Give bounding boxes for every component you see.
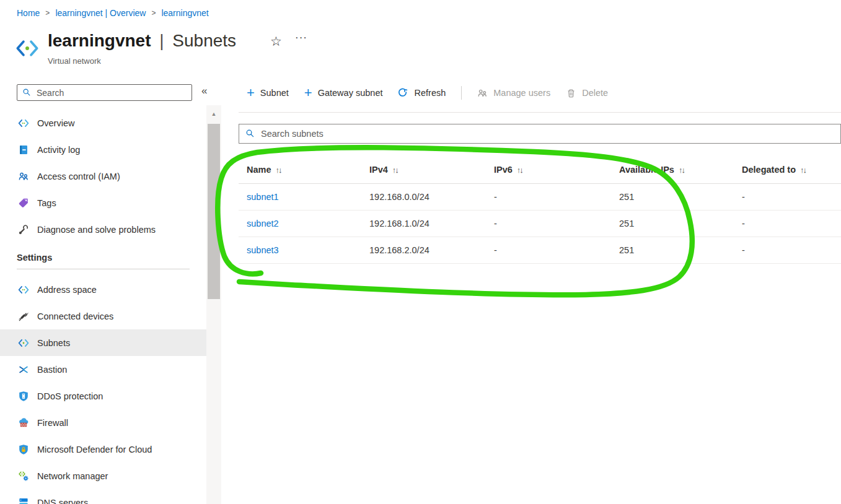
sort-icon[interactable]: ↑↓ — [517, 165, 522, 175]
sidebar-item-label: Bastion — [37, 365, 67, 375]
sidebar-item-subnets[interactable]: Subnets — [0, 329, 206, 356]
column-header-available-ips[interactable]: Available IPs ↑↓ — [611, 165, 734, 175]
bastion-icon — [18, 364, 29, 375]
plug-icon — [18, 311, 29, 322]
sidebar-item-label: Access control (IAM) — [37, 172, 120, 181]
resource-type-label: Virtual network — [48, 56, 101, 66]
plus-icon: + — [304, 87, 312, 98]
sidebar-item-label: Tags — [37, 198, 56, 208]
tag-icon — [18, 198, 29, 209]
settings-section-header: Settings — [17, 253, 206, 263]
sidebar-item-overview[interactable]: Overview — [0, 110, 206, 136]
virtual-network-icon — [15, 37, 40, 60]
sidebar-item-label: DNS servers — [37, 498, 88, 504]
available-ips-value: 251 — [611, 245, 734, 255]
sidebar-item-diagnose[interactable]: Diagnose and solve problems — [0, 216, 206, 243]
sidebar-item-label: Address space — [37, 285, 97, 295]
plus-icon: + — [247, 87, 255, 98]
sidebar-item-label: Firewall — [37, 418, 68, 428]
sidebar-item-tags[interactable]: Tags — [0, 189, 206, 216]
column-header-ipv6[interactable]: IPv6 ↑↓ — [486, 165, 611, 175]
favorite-star-icon[interactable]: ☆ — [270, 34, 282, 49]
sidebar-item-defender[interactable]: Microsoft Defender for Cloud — [0, 436, 206, 463]
breadcrumb-link-vnet[interactable]: learningvnet — [161, 8, 208, 18]
sort-icon[interactable]: ↑↓ — [679, 165, 684, 175]
sidebar-item-dns-servers[interactable]: DNS servers — [0, 489, 206, 504]
scrollbar-thumb[interactable] — [208, 124, 220, 299]
button-label: Subnet — [260, 88, 289, 98]
toolbar-divider — [461, 86, 462, 100]
available-ips-value: 251 — [611, 219, 734, 228]
title-divider: | — [156, 31, 167, 50]
collapse-sidebar-icon[interactable]: « — [201, 85, 207, 97]
network-manager-icon — [18, 471, 29, 482]
column-label: IPv4 — [369, 165, 388, 175]
column-header-ipv4[interactable]: IPv4 ↑↓ — [361, 165, 486, 175]
shield-lock-icon — [18, 444, 29, 455]
subnets-table: Name ↑↓ IPv4 ↑↓ IPv6 ↑↓ Available IPs ↑↓… — [239, 156, 841, 264]
sidebar-item-ddos-protection[interactable]: DDoS protection — [0, 383, 206, 409]
main-content: + Subnet + Gateway subnet Refresh Manage… — [239, 77, 841, 504]
sidebar-item-access-control[interactable]: Access control (IAM) — [0, 163, 206, 189]
sidebar-item-connected-devices[interactable]: Connected devices — [0, 303, 206, 329]
resource-name: learningvnet — [48, 31, 151, 50]
ipv4-value: 192.168.2.0/24 — [361, 245, 486, 255]
breadcrumb-link-vnet-overview[interactable]: learningvnet | Overview — [55, 8, 146, 18]
sidebar-item-activity-log[interactable]: Activity log — [0, 136, 206, 163]
breadcrumb: Home > learningvnet | Overview > learnin… — [17, 8, 209, 18]
available-ips-value: 251 — [611, 192, 734, 202]
sidebar-scrollbar[interactable]: ▲ — [206, 105, 221, 504]
sidebar-item-bastion[interactable]: Bastion — [0, 356, 206, 383]
sidebar-search-box[interactable] — [17, 84, 192, 101]
wrench-icon — [18, 224, 29, 235]
scrollbar-up-icon[interactable]: ▲ — [206, 105, 221, 117]
ipv4-value: 192.168.1.0/24 — [361, 219, 486, 228]
subnet-search-box[interactable] — [239, 124, 841, 144]
ipv6-value: - — [486, 219, 611, 228]
subnet-link[interactable]: subnet1 — [247, 192, 279, 202]
sidebar-item-label: Connected devices — [37, 311, 113, 321]
refresh-button[interactable]: Refresh — [398, 88, 446, 98]
delegated-to-value: - — [734, 245, 841, 255]
sidebar-item-label: Subnets — [37, 338, 70, 348]
sidebar-item-firewall[interactable]: Firewall — [0, 409, 206, 436]
breadcrumb-link-home[interactable]: Home — [17, 8, 40, 18]
sort-icon[interactable]: ↑↓ — [276, 165, 281, 175]
ipv6-value: - — [486, 192, 611, 202]
column-label: Delegated to — [742, 165, 796, 175]
sort-icon[interactable]: ↑↓ — [800, 165, 806, 175]
subnet-link[interactable]: subnet2 — [247, 219, 279, 228]
subnet-search-input[interactable] — [261, 129, 509, 139]
delete-button[interactable]: Delete — [566, 88, 608, 98]
column-header-delegated-to[interactable]: Delegated to ↑↓ — [734, 165, 841, 175]
vnet-overview-icon — [18, 118, 29, 129]
button-label: Gateway subnet — [318, 88, 383, 98]
manage-users-button[interactable]: Manage users — [477, 88, 550, 98]
table-row[interactable]: subnet1 192.168.0.0/24 - 251 - — [239, 184, 841, 211]
sidebar-item-network-manager[interactable]: Network manager — [0, 463, 206, 489]
page-title: learningvnet | Subnets — [48, 31, 236, 51]
delegated-to-value: - — [734, 192, 841, 202]
shield-server-icon — [18, 391, 29, 402]
delegated-to-value: - — [734, 219, 841, 228]
sidebar-item-label: Network manager — [37, 471, 108, 481]
subnet-link[interactable]: subnet3 — [247, 245, 279, 255]
activity-log-icon — [18, 144, 29, 155]
sidebar-search-input[interactable] — [37, 88, 173, 98]
sort-icon[interactable]: ↑↓ — [392, 165, 398, 175]
breadcrumb-separator: > — [40, 9, 55, 17]
add-subnet-button[interactable]: + Subnet — [247, 87, 289, 98]
toolbar-rule — [239, 112, 841, 113]
command-bar: + Subnet + Gateway subnet Refresh Manage… — [247, 84, 608, 102]
column-header-name[interactable]: Name ↑↓ — [239, 165, 361, 175]
people-icon — [477, 88, 488, 98]
sidebar-item-address-space[interactable]: Address space — [0, 276, 206, 303]
breadcrumb-separator: > — [146, 9, 161, 17]
sidebar-item-label: Activity log — [37, 145, 80, 155]
blade-name: Subnets — [172, 31, 236, 50]
table-row[interactable]: subnet2 192.168.1.0/24 - 251 - — [239, 211, 841, 237]
table-row[interactable]: subnet3 192.168.2.0/24 - 251 - — [239, 237, 841, 264]
more-options-icon[interactable]: ··· — [295, 32, 307, 44]
table-header-row: Name ↑↓ IPv4 ↑↓ IPv6 ↑↓ Available IPs ↑↓… — [239, 156, 841, 184]
add-gateway-subnet-button[interactable]: + Gateway subnet — [304, 87, 383, 98]
